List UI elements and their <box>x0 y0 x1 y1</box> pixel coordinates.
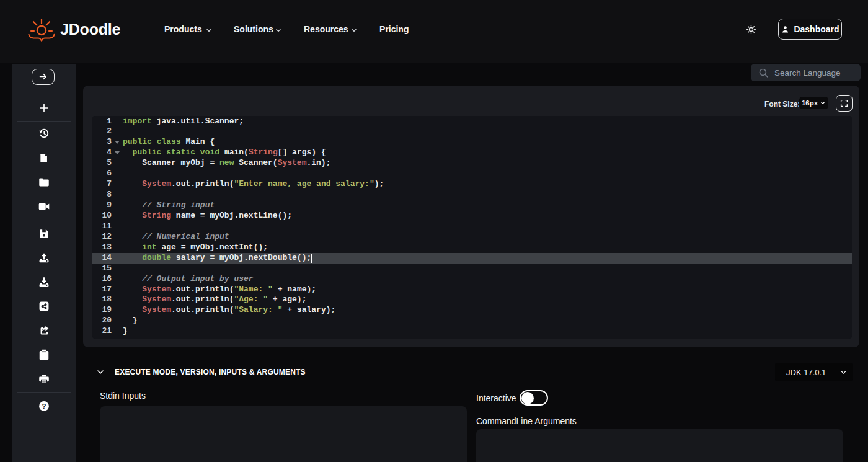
svg-text:?: ? <box>42 402 46 410</box>
